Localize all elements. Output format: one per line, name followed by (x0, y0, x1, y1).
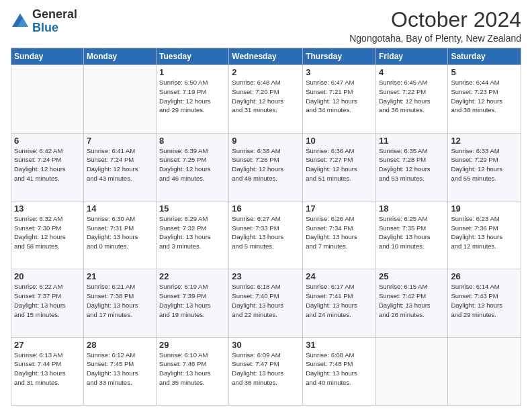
day-info: Sunrise: 6:22 AM Sunset: 7:37 PM Dayligh… (14, 282, 81, 319)
day-number: 30 (232, 340, 300, 350)
day-of-week-header: Tuesday (157, 48, 229, 65)
day-number: 9 (232, 136, 300, 146)
day-info: Sunrise: 6:27 AM Sunset: 7:33 PM Dayligh… (232, 214, 300, 251)
day-number: 12 (451, 136, 518, 146)
day-info: Sunrise: 6:38 AM Sunset: 7:26 PM Dayligh… (232, 146, 300, 183)
day-number: 10 (306, 136, 373, 146)
calendar-header-row: SundayMondayTuesdayWednesdayThursdayFrid… (11, 48, 521, 65)
day-number: 31 (306, 340, 373, 350)
calendar-cell: 21Sunrise: 6:21 AM Sunset: 7:38 PM Dayli… (83, 269, 156, 337)
calendar-cell: 5Sunrise: 6:44 AM Sunset: 7:23 PM Daylig… (448, 65, 521, 133)
day-number: 27 (14, 340, 81, 350)
calendar-cell: 19Sunrise: 6:23 AM Sunset: 7:36 PM Dayli… (448, 201, 521, 269)
day-number: 22 (159, 271, 226, 281)
day-info: Sunrise: 6:39 AM Sunset: 7:25 PM Dayligh… (159, 146, 226, 183)
day-info: Sunrise: 6:08 AM Sunset: 7:48 PM Dayligh… (306, 351, 373, 387)
day-number: 17 (306, 203, 373, 214)
day-info: Sunrise: 6:23 AM Sunset: 7:36 PM Dayligh… (451, 214, 518, 251)
calendar-cell: 3Sunrise: 6:47 AM Sunset: 7:21 PM Daylig… (303, 65, 376, 133)
logo-blue-text: Blue (32, 21, 58, 34)
day-number: 7 (87, 136, 153, 146)
calendar-cell (375, 337, 447, 405)
calendar-cell: 20Sunrise: 6:22 AM Sunset: 7:37 PM Dayli… (11, 269, 84, 337)
title-block: October 2024 Ngongotaha, Bay of Plenty, … (349, 8, 521, 44)
day-number: 1 (159, 67, 226, 77)
calendar-cell: 28Sunrise: 6:12 AM Sunset: 7:45 PM Dayli… (83, 337, 156, 405)
location-title: Ngongotaha, Bay of Plenty, New Zealand (349, 33, 521, 44)
day-number: 14 (87, 203, 153, 214)
calendar-cell: 2Sunrise: 6:48 AM Sunset: 7:20 PM Daylig… (229, 65, 303, 133)
day-number: 20 (14, 271, 81, 281)
day-info: Sunrise: 6:44 AM Sunset: 7:23 PM Dayligh… (451, 78, 518, 115)
logo: General Blue (11, 8, 77, 35)
day-number: 21 (87, 271, 153, 281)
day-info: Sunrise: 6:36 AM Sunset: 7:27 PM Dayligh… (306, 146, 373, 183)
calendar-cell: 8Sunrise: 6:39 AM Sunset: 7:25 PM Daylig… (157, 133, 229, 201)
calendar-cell: 9Sunrise: 6:38 AM Sunset: 7:26 PM Daylig… (229, 133, 303, 201)
day-number: 15 (159, 203, 226, 214)
day-number: 8 (159, 136, 226, 146)
day-info: Sunrise: 6:26 AM Sunset: 7:34 PM Dayligh… (306, 214, 373, 251)
calendar-cell: 6Sunrise: 6:42 AM Sunset: 7:24 PM Daylig… (11, 133, 84, 201)
day-number: 28 (87, 340, 153, 350)
day-number: 4 (379, 67, 445, 77)
day-number: 26 (451, 271, 518, 281)
day-info: Sunrise: 6:14 AM Sunset: 7:43 PM Dayligh… (451, 282, 518, 319)
day-info: Sunrise: 6:10 AM Sunset: 7:46 PM Dayligh… (159, 351, 226, 387)
calendar-cell: 25Sunrise: 6:15 AM Sunset: 7:42 PM Dayli… (375, 269, 447, 337)
day-number: 5 (451, 67, 518, 77)
calendar-cell: 27Sunrise: 6:13 AM Sunset: 7:44 PM Dayli… (11, 337, 84, 405)
day-info: Sunrise: 6:48 AM Sunset: 7:20 PM Dayligh… (232, 78, 300, 115)
calendar-cell: 7Sunrise: 6:41 AM Sunset: 7:24 PM Daylig… (83, 133, 156, 201)
day-number: 2 (232, 67, 300, 77)
calendar-cell (11, 65, 84, 133)
calendar-cell: 31Sunrise: 6:08 AM Sunset: 7:48 PM Dayli… (303, 337, 376, 405)
calendar-cell: 22Sunrise: 6:19 AM Sunset: 7:39 PM Dayli… (157, 269, 229, 337)
day-info: Sunrise: 6:47 AM Sunset: 7:21 PM Dayligh… (306, 78, 373, 115)
day-info: Sunrise: 6:09 AM Sunset: 7:47 PM Dayligh… (232, 351, 300, 387)
calendar-cell (448, 337, 521, 405)
calendar-cell: 24Sunrise: 6:17 AM Sunset: 7:41 PM Dayli… (303, 269, 376, 337)
calendar-cell: 14Sunrise: 6:30 AM Sunset: 7:31 PM Dayli… (83, 201, 156, 269)
day-of-week-header: Wednesday (229, 48, 303, 65)
day-number: 24 (306, 271, 373, 281)
day-number: 23 (232, 271, 300, 281)
day-info: Sunrise: 6:30 AM Sunset: 7:31 PM Dayligh… (87, 214, 153, 251)
calendar-cell: 10Sunrise: 6:36 AM Sunset: 7:27 PM Dayli… (303, 133, 376, 201)
calendar-cell: 12Sunrise: 6:33 AM Sunset: 7:29 PM Dayli… (448, 133, 521, 201)
day-number: 18 (379, 203, 445, 214)
day-number: 3 (306, 67, 373, 77)
header: General Blue October 2024 Ngongotaha, Ba… (11, 8, 521, 44)
month-title: October 2024 (349, 8, 521, 32)
day-of-week-header: Friday (375, 48, 447, 65)
day-info: Sunrise: 6:18 AM Sunset: 7:40 PM Dayligh… (232, 282, 300, 319)
calendar-cell (83, 65, 156, 133)
calendar-cell: 15Sunrise: 6:29 AM Sunset: 7:32 PM Dayli… (157, 201, 229, 269)
day-number: 25 (379, 271, 445, 281)
day-number: 16 (232, 203, 300, 214)
calendar-cell: 1Sunrise: 6:50 AM Sunset: 7:19 PM Daylig… (157, 65, 229, 133)
calendar-cell: 18Sunrise: 6:25 AM Sunset: 7:35 PM Dayli… (375, 201, 447, 269)
calendar-week-row: 6Sunrise: 6:42 AM Sunset: 7:24 PM Daylig… (11, 133, 521, 201)
day-info: Sunrise: 6:13 AM Sunset: 7:44 PM Dayligh… (14, 351, 81, 387)
day-info: Sunrise: 6:19 AM Sunset: 7:39 PM Dayligh… (159, 282, 226, 319)
day-of-week-header: Saturday (448, 48, 521, 65)
day-number: 6 (14, 136, 81, 146)
calendar-cell: 30Sunrise: 6:09 AM Sunset: 7:47 PM Dayli… (229, 337, 303, 405)
logo-general-text: General (32, 7, 77, 21)
calendar: SundayMondayTuesdayWednesdayThursdayFrid… (11, 48, 521, 406)
day-info: Sunrise: 6:41 AM Sunset: 7:24 PM Dayligh… (87, 146, 153, 183)
day-info: Sunrise: 6:32 AM Sunset: 7:30 PM Dayligh… (14, 214, 81, 251)
calendar-cell: 17Sunrise: 6:26 AM Sunset: 7:34 PM Dayli… (303, 201, 376, 269)
day-number: 13 (14, 203, 81, 214)
day-info: Sunrise: 6:25 AM Sunset: 7:35 PM Dayligh… (379, 214, 445, 251)
day-number: 29 (159, 340, 226, 350)
calendar-cell: 16Sunrise: 6:27 AM Sunset: 7:33 PM Dayli… (229, 201, 303, 269)
day-info: Sunrise: 6:17 AM Sunset: 7:41 PM Dayligh… (306, 282, 373, 319)
calendar-cell: 26Sunrise: 6:14 AM Sunset: 7:43 PM Dayli… (448, 269, 521, 337)
day-of-week-header: Monday (83, 48, 156, 65)
day-info: Sunrise: 6:35 AM Sunset: 7:28 PM Dayligh… (379, 146, 445, 183)
calendar-week-row: 1Sunrise: 6:50 AM Sunset: 7:19 PM Daylig… (11, 65, 521, 133)
calendar-cell: 11Sunrise: 6:35 AM Sunset: 7:28 PM Dayli… (375, 133, 447, 201)
day-info: Sunrise: 6:29 AM Sunset: 7:32 PM Dayligh… (159, 214, 226, 251)
